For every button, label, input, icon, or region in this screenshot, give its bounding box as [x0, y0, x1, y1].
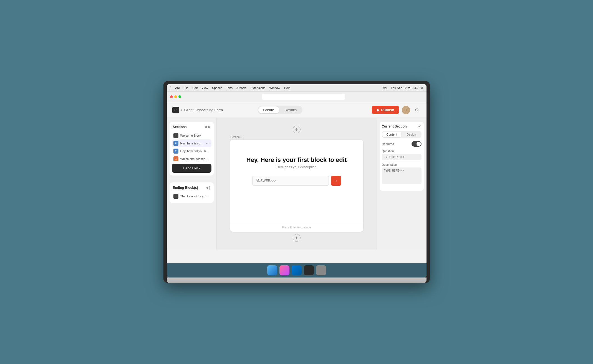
sections-panel: Sections ●● ↑ Welcome Block F Hey, here … [170, 122, 214, 175]
app-icon: P [172, 107, 179, 113]
third-block-label: Which one describe you the... [180, 157, 210, 161]
top-nav: P > Client Onboarding Form Create Result… [167, 102, 427, 118]
question-input[interactable] [382, 154, 422, 160]
menubar:  Arc File Edit View Spaces Tabs Archive… [167, 84, 427, 91]
tab-results[interactable]: Results [280, 106, 302, 113]
menu-help[interactable]: Help [284, 86, 291, 90]
ending-block-icon: ↓ [173, 194, 178, 199]
question-label: Question [382, 149, 422, 153]
third-block-icon: □ [173, 156, 178, 161]
laptop-bottom [167, 278, 427, 283]
answer-input[interactable] [252, 176, 329, 186]
battery-indicator: 94% [382, 86, 388, 90]
breadcrumb-separator: > [181, 108, 183, 112]
current-section-panel: Current Section ●) Content Design Requir… [380, 122, 424, 191]
browser-chrome [167, 91, 427, 102]
ending-toggle[interactable]: ●) [206, 185, 210, 190]
form-section: Section - 1 Hey, Here is your first bloc… [230, 136, 363, 232]
sidebar-item-first-block[interactable]: F Hey, here is your first bl... ⋯ [172, 139, 211, 147]
breadcrumb-title: Client Onboarding Form [184, 108, 223, 112]
tab-design[interactable]: Design [402, 132, 421, 137]
form-card-footer: Press Enter to continue [230, 223, 363, 232]
sections-title: Sections [173, 125, 187, 129]
apple-menu[interactable]:  [170, 86, 171, 90]
nav-tabs: Create Results [258, 106, 302, 114]
current-section-title: Current Section [382, 124, 407, 128]
ending-block-label: Thanks a lot for your time... [180, 195, 210, 198]
add-section-top-button[interactable]: + [293, 126, 301, 133]
first-block-icon: F [173, 141, 178, 146]
ending-blocks-panel: Ending Block(s) ●) ↓ Thanks a lot for yo… [170, 182, 214, 203]
address-bar[interactable] [262, 94, 345, 100]
welcome-block-label: Welcome Block [180, 134, 210, 137]
description-label: Description [382, 163, 422, 166]
traffic-lights [170, 95, 181, 98]
form-card-content: Hey, Here is your first block to edit He… [230, 140, 363, 223]
right-sidebar: Current Section ●) Content Design Requir… [377, 118, 427, 250]
required-label: Required [382, 141, 422, 147]
dock-terminal[interactable] [304, 265, 314, 275]
menu-file[interactable]: File [184, 86, 189, 90]
breadcrumb: P > Client Onboarding Form [172, 107, 223, 113]
add-block-button[interactable]: + Add Block [172, 164, 211, 173]
section-label: Section - 1 [230, 136, 363, 139]
description-field-row: Description [382, 163, 422, 185]
welcome-block-icon: ↑ [173, 133, 178, 138]
publish-button[interactable]: ▶ Publish [372, 106, 399, 114]
sidebar-item-third-block[interactable]: □ Which one describe you the... [172, 155, 211, 163]
menu-archive[interactable]: Archive [236, 86, 247, 90]
sidebar-item-welcome[interactable]: ↑ Welcome Block [172, 132, 211, 139]
maximize-button[interactable] [178, 95, 181, 98]
add-section-bottom-button[interactable]: + [293, 234, 301, 242]
sidebar-item-ending[interactable]: ↓ Thanks a lot for your time... [172, 192, 211, 200]
menu-spaces[interactable]: Spaces [212, 86, 222, 90]
question-field-row: Question [382, 149, 422, 160]
user-avatar[interactable]: T [402, 106, 410, 114]
current-section-toggle[interactable]: ●) [418, 124, 421, 128]
publish-icon: ▶ [377, 108, 380, 112]
dock-trash[interactable] [316, 265, 326, 275]
second-block-label: Hey, how did you hear... [180, 149, 210, 153]
main-layout: Sections ●● ↑ Welcome Block F Hey, here … [167, 118, 427, 250]
form-card-description: Here goes your description [277, 165, 316, 169]
menu-view[interactable]: View [201, 86, 208, 90]
left-sidebar: Sections ●● ↑ Welcome Block F Hey, here … [167, 118, 217, 250]
current-section-header: Current Section ●) [382, 124, 422, 128]
answer-submit-button[interactable]: → [331, 176, 341, 186]
sidebar-divider [170, 179, 214, 179]
required-field-row: Required [382, 141, 422, 147]
form-card: Hey, Here is your first block to edit He… [230, 140, 363, 232]
app-area: P > Client Onboarding Form Create Result… [167, 102, 427, 263]
first-block-label: Hey, here is your first bl... [180, 142, 204, 145]
ending-title: Ending Block(s) [173, 186, 198, 190]
answer-row: → [252, 176, 341, 186]
minimize-button[interactable] [174, 95, 177, 98]
tab-content[interactable]: Content [382, 132, 402, 137]
content-design-tabs: Content Design [382, 131, 422, 138]
first-block-more-icon[interactable]: ⋯ [206, 141, 210, 146]
sections-header: Sections ●● [172, 124, 211, 129]
sidebar-item-second-block[interactable]: F Hey, how did you hear... [172, 147, 211, 155]
second-block-icon: F [173, 149, 178, 154]
datetime: Thu Sep 12 7:12:43 PM [391, 86, 423, 90]
dock [167, 263, 427, 278]
menu-tabs[interactable]: Tabs [226, 86, 233, 90]
ending-header: Ending Block(s) ●) [172, 185, 211, 190]
dock-fenix[interactable] [279, 265, 289, 275]
dock-finder[interactable] [267, 265, 277, 275]
menu-extensions[interactable]: Extensions [251, 86, 266, 90]
form-card-title[interactable]: Hey, Here is your first block to edit [246, 156, 347, 164]
close-button[interactable] [170, 95, 173, 98]
required-toggle[interactable] [412, 141, 422, 147]
dock-vscode[interactable] [292, 265, 302, 275]
settings-icon[interactable]: ⚙ [413, 106, 421, 114]
tab-create[interactable]: Create [258, 106, 279, 113]
menu-window[interactable]: Window [269, 86, 280, 90]
nav-right: ▶ Publish T ⚙ [372, 106, 421, 114]
description-input[interactable] [382, 167, 422, 184]
sections-toggle[interactable]: ●● [205, 124, 210, 129]
canvas-area: + Section - 1 Hey, Here is your first bl… [217, 118, 377, 250]
menu-arc[interactable]: Arc [175, 86, 180, 90]
menu-edit[interactable]: Edit [192, 86, 198, 90]
